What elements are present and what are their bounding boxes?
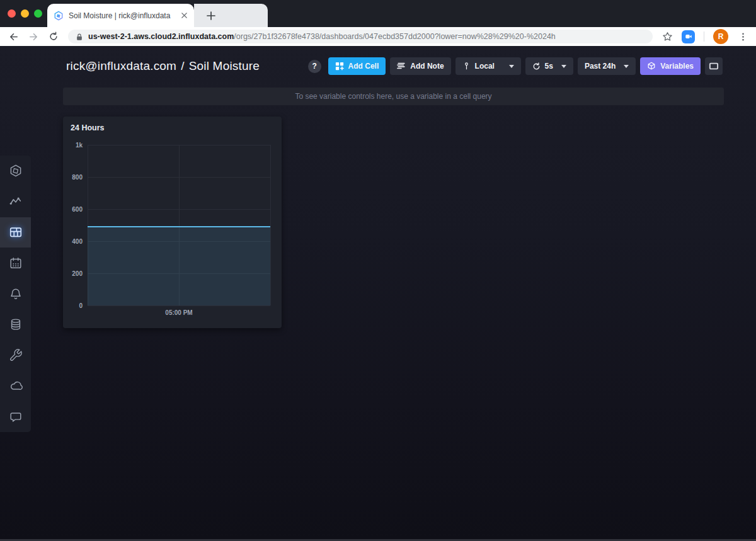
browser-tab-strip: Soil Moisture | rick@influxdata: [0, 0, 756, 27]
refresh-interval-label: 5s: [545, 62, 553, 71]
y-axis-tick-label: 800: [72, 174, 83, 181]
pin-icon: [462, 62, 471, 71]
y-axis-tick-label: 200: [72, 270, 83, 277]
browser-tab[interactable]: Soil Moisture | rick@influxdata: [47, 4, 194, 27]
time-range-dropdown[interactable]: Past 24h: [578, 57, 636, 75]
presentation-frame-icon: [709, 62, 719, 71]
reload-button[interactable]: [48, 31, 59, 42]
refresh-icon: [532, 62, 541, 71]
sidebar-item-dashboards[interactable]: [0, 217, 31, 248]
sidebar-item-usage[interactable]: [0, 370, 31, 401]
breadcrumb-separator: /: [181, 59, 184, 72]
chart-y-axis: 1k8006004002000: [63, 145, 84, 305]
sidebar-item-load-data[interactable]: [0, 309, 31, 340]
minimize-window-button[interactable]: [21, 9, 29, 18]
y-axis-tick-label: 600: [72, 206, 83, 213]
dashboard-toolbar: ? Add Cell Add Note: [308, 57, 723, 75]
breadcrumb-page: Soil Moisture: [189, 59, 260, 72]
zoom-window-button[interactable]: [34, 9, 42, 18]
data-explorer-graph-icon: [9, 195, 23, 208]
variables-label: Variables: [660, 62, 694, 71]
influxdb-app: rick@influxdata.com/Soil Moisture ? Add …: [0, 46, 756, 541]
influxdb-logo-icon: [9, 164, 23, 178]
breadcrumb-user: rick@influxdata.com: [66, 59, 176, 72]
dashboard-cell: 24 Hours 1k8006004002000 05:00 PM: [63, 117, 282, 328]
chart-plot: 05:00 PM: [88, 145, 270, 305]
url-text: us-west-2-1.aws.cloud2.influxdata.com/or…: [88, 32, 556, 41]
settings-wrench-icon: [9, 348, 23, 362]
sidebar-item-alerts[interactable]: [0, 278, 31, 309]
feedback-chat-icon: [9, 410, 23, 424]
kebab-menu-icon: [738, 32, 748, 42]
load-data-database-icon: [9, 317, 23, 331]
forward-arrow-icon: [28, 31, 39, 42]
bookmark-button[interactable]: [662, 31, 673, 42]
new-tab-button[interactable]: [202, 7, 220, 25]
browser-extension-button[interactable]: [682, 30, 695, 43]
y-axis-tick-label: 1k: [76, 142, 83, 149]
tab-close-icon[interactable]: [181, 12, 188, 19]
sidebar-item-tasks[interactable]: [0, 248, 31, 278]
variables-message: To see variable controls here, use a var…: [295, 92, 491, 101]
note-lines-icon: [397, 62, 406, 71]
window-controls: [8, 9, 42, 18]
new-tab-area: [194, 4, 268, 27]
url-path: /orgs/27b1f32678fe4738/dashboards/047ecb…: [234, 32, 555, 41]
back-arrow-icon: [8, 31, 19, 42]
close-window-button[interactable]: [8, 9, 16, 18]
url-domain: us-west-2-1.aws.cloud2.influxdata.com: [88, 32, 234, 41]
add-note-button[interactable]: Add Note: [390, 57, 450, 75]
browser-profile-avatar[interactable]: R: [713, 29, 728, 44]
time-range-label: Past 24h: [585, 62, 616, 71]
browser-menu-button[interactable]: [737, 31, 748, 42]
reload-icon: [49, 31, 59, 42]
cube-icon: [647, 62, 656, 71]
series-line: [88, 226, 270, 227]
presentation-mode-button[interactable]: [705, 57, 723, 75]
y-axis-tick-label: 0: [79, 302, 83, 309]
address-bar[interactable]: us-west-2-1.aws.cloud2.influxdata.com/or…: [68, 30, 653, 43]
sidebar-item-home[interactable]: [0, 156, 31, 186]
sidebar-item-feedback[interactable]: [0, 401, 31, 432]
video-camera-icon: [685, 33, 692, 40]
nav-sidebar: [0, 156, 31, 432]
add-note-label: Add Note: [410, 62, 444, 71]
add-cell-button[interactable]: Add Cell: [328, 57, 386, 75]
timezone-dropdown[interactable]: Local: [455, 57, 521, 75]
usage-cloud-icon: [9, 379, 23, 393]
add-cell-grid-icon: [335, 62, 344, 71]
sidebar-item-settings[interactable]: [0, 340, 31, 371]
gridline: [270, 145, 271, 305]
page-title: rick@influxdata.com/Soil Moisture: [66, 59, 260, 73]
forward-button[interactable]: [28, 31, 39, 42]
y-axis-tick-label: 400: [72, 238, 83, 245]
lock-icon: [76, 33, 83, 41]
x-axis-tick-label: 05:00 PM: [165, 309, 192, 316]
chevron-down-icon: [509, 65, 514, 68]
dashboard-header: rick@influxdata.com/Soil Moisture ? Add …: [0, 46, 756, 86]
plus-icon: [207, 11, 215, 20]
toolbar-divider: [704, 31, 704, 42]
chevron-down-icon: [561, 65, 566, 68]
back-button[interactable]: [8, 31, 19, 42]
help-button[interactable]: ?: [308, 60, 321, 73]
gridline: [88, 305, 270, 306]
refresh-interval-dropdown[interactable]: 5s: [525, 57, 573, 75]
influxdb-favicon-icon: [54, 11, 64, 21]
chevron-down-icon: [624, 65, 629, 68]
alerts-bell-icon: [9, 287, 23, 301]
tasks-calendar-icon: [9, 256, 23, 270]
dashboards-icon: [9, 225, 23, 239]
variables-toggle-button[interactable]: Variables: [640, 57, 701, 75]
tab-title: Soil Moisture | rick@influxdata: [69, 11, 176, 20]
variables-message-bar: To see variable controls here, use a var…: [63, 88, 724, 105]
timezone-label: Local: [475, 62, 501, 71]
series-area-fill: [88, 227, 270, 305]
add-cell-label: Add Cell: [348, 62, 379, 71]
browser-toolbar: us-west-2-1.aws.cloud2.influxdata.com/or…: [0, 27, 756, 46]
star-icon: [662, 31, 673, 42]
chart: 1k8006004002000 05:00 PM: [63, 145, 282, 321]
sidebar-item-data-explorer[interactable]: [0, 186, 31, 217]
cell-title[interactable]: 24 Hours: [71, 123, 105, 132]
